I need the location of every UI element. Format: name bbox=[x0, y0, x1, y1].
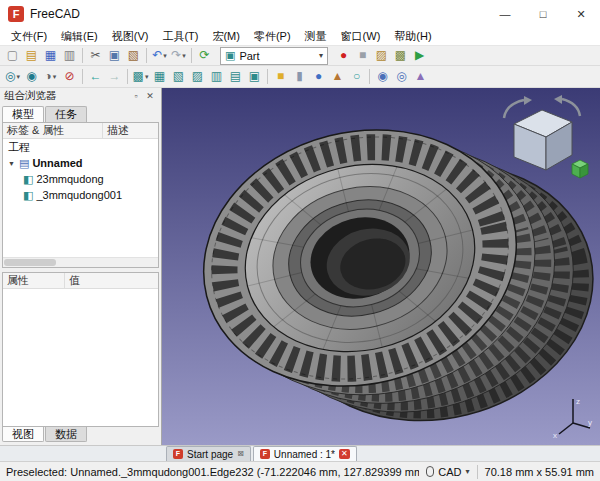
rotate-left-arrow-icon[interactable] bbox=[504, 100, 524, 118]
new-document-icon[interactable]: ▢ bbox=[3, 47, 22, 64]
part-cone-icon[interactable]: ▲ bbox=[328, 68, 347, 85]
clipping-plane-icon[interactable]: ⊘ bbox=[60, 68, 79, 85]
tab-close-icon[interactable]: ✕ bbox=[339, 449, 350, 459]
expander-icon[interactable]: ▼ bbox=[8, 160, 16, 167]
freecad-tab-icon: F bbox=[173, 449, 183, 459]
minimize-button[interactable]: — bbox=[486, 0, 524, 28]
rotate-right-arrow-icon[interactable] bbox=[562, 99, 580, 116]
tree-item-document[interactable]: ▼ ▤ Unnamed bbox=[3, 155, 158, 171]
tree-column-labels: 标签 & 属性 bbox=[3, 123, 103, 138]
fit-all-icon[interactable]: ◎▾ bbox=[3, 68, 22, 85]
freecad-tab-icon: F bbox=[260, 449, 270, 459]
close-button[interactable]: ✕ bbox=[562, 0, 600, 28]
zoom-selection-icon[interactable]: ◉ bbox=[22, 68, 41, 85]
menu-item-1[interactable]: 编辑(E) bbox=[54, 28, 105, 45]
redo-icon[interactable]: ↷▾ bbox=[169, 47, 188, 64]
nav-forward-icon[interactable]: → bbox=[105, 68, 124, 85]
tree-root-application[interactable]: 工程 bbox=[3, 139, 158, 155]
macro-execute-icon[interactable]: ▶ bbox=[410, 47, 429, 64]
menu-item-5[interactable]: 零件(P) bbox=[247, 28, 298, 45]
macros-dialog-icon[interactable]: ▨ bbox=[372, 47, 391, 64]
view-isometric-icon[interactable]: ▩▾ bbox=[131, 68, 150, 85]
view-right-icon[interactable]: ▨ bbox=[188, 68, 207, 85]
refresh-icon[interactable]: ⟳ bbox=[195, 47, 214, 64]
part-box-icon[interactable]: ■ bbox=[271, 68, 290, 85]
tab-close-icon[interactable]: ⊠ bbox=[237, 449, 244, 459]
tab-data[interactable]: 数据 bbox=[45, 427, 87, 442]
status-message: Preselected: Unnamed._3mmqudong001.Edge2… bbox=[6, 466, 419, 478]
tree-horizontal-scrollbar[interactable] bbox=[3, 257, 158, 267]
view-dimensions: 70.18 mm x 55.91 mm bbox=[485, 466, 594, 478]
menu-item-2[interactable]: 视图(V) bbox=[105, 28, 156, 45]
macro-stop-icon[interactable]: ■ bbox=[353, 47, 372, 64]
menu-item-4[interactable]: 宏(M) bbox=[205, 28, 247, 45]
3d-viewport[interactable]: z x y bbox=[162, 88, 600, 445]
paste-icon[interactable]: ▧ bbox=[124, 47, 143, 64]
nav-back-icon[interactable]: ← bbox=[86, 68, 105, 85]
save-icon[interactable]: ▦ bbox=[41, 47, 60, 64]
view-rear-icon[interactable]: ▥ bbox=[207, 68, 226, 85]
boolean-cut-icon[interactable]: ◎ bbox=[392, 68, 411, 85]
navigation-cube[interactable] bbox=[490, 94, 590, 186]
toolbar-separator bbox=[127, 69, 128, 84]
toolbar-separator bbox=[82, 48, 83, 63]
undo-icon[interactable]: ↶▾ bbox=[150, 47, 169, 64]
axis-z-label: z bbox=[576, 397, 580, 406]
macro-record-icon[interactable]: ● bbox=[334, 47, 353, 64]
tree-item-label: 23mmqudong bbox=[36, 173, 103, 185]
menu-item-6[interactable]: 测量 bbox=[298, 28, 334, 45]
property-editor: 属性 值 bbox=[2, 272, 159, 427]
part-extrude-icon[interactable]: ▲ bbox=[411, 68, 430, 85]
tree-rows: 工程 ▼ ▤ Unnamed ◧ 23mmqudong ◧ _3mmqudong… bbox=[3, 139, 158, 257]
cut-icon[interactable]: ✂ bbox=[86, 47, 105, 64]
part-sphere-icon[interactable]: ● bbox=[309, 68, 328, 85]
workbench-selector[interactable]: ▣ Part ▾ bbox=[220, 47, 328, 65]
draw-style-icon[interactable]: ◑▾ bbox=[41, 68, 60, 85]
boolean-union-icon[interactable]: ◉ bbox=[373, 68, 392, 85]
view-left-icon[interactable]: ▣ bbox=[245, 68, 264, 85]
view-front-icon[interactable]: ▦ bbox=[150, 68, 169, 85]
tab-model[interactable]: 模型 bbox=[2, 106, 44, 122]
view-top-icon[interactable]: ▧ bbox=[169, 68, 188, 85]
panel-header: 组合浏览器 ▫ ✕ bbox=[0, 88, 161, 104]
toolbar-separator bbox=[191, 48, 192, 63]
property-view-tabs: 视图 数据 bbox=[0, 427, 161, 445]
panel-float-button[interactable]: ▫ bbox=[129, 91, 143, 101]
nav-style-selector[interactable]: CAD ▾ bbox=[426, 466, 469, 478]
macro-edit-icon[interactable]: ▩ bbox=[391, 47, 410, 64]
menu-item-3[interactable]: 工具(T) bbox=[155, 28, 205, 45]
property-header: 属性 值 bbox=[3, 273, 158, 289]
toolbar-view-part: ◎▾◉◑▾⊘←→▩▾▦▧▨▥▤▣■▮●▲○◉◎▲ bbox=[0, 66, 600, 88]
mini-cube-icon[interactable] bbox=[572, 160, 588, 178]
tab-unnamed-document[interactable]: F Unnamed : 1* ✕ bbox=[253, 446, 357, 461]
axis-x-label: x bbox=[553, 431, 557, 439]
copy-icon[interactable]: ▣ bbox=[105, 47, 124, 64]
tab-label: Unnamed : 1* bbox=[274, 449, 335, 460]
tree-item-part1[interactable]: ◧ 23mmqudong bbox=[3, 171, 158, 187]
tab-tasks[interactable]: 任务 bbox=[45, 106, 87, 122]
tab-view[interactable]: 视图 bbox=[2, 427, 44, 442]
menu-item-0[interactable]: 文件(F) bbox=[4, 28, 54, 45]
tree-item-label: _3mmqudong001 bbox=[36, 189, 122, 201]
axis-y-label: y bbox=[588, 418, 592, 427]
print-icon[interactable]: ▥ bbox=[60, 47, 79, 64]
tree-header: 标签 & 属性 描述 bbox=[3, 123, 158, 139]
tree-item-label: Unnamed bbox=[32, 157, 82, 169]
part-torus-icon[interactable]: ○ bbox=[347, 68, 366, 85]
maximize-button[interactable]: □ bbox=[524, 0, 562, 28]
status-separator bbox=[477, 465, 478, 479]
panel-title: 组合浏览器 bbox=[4, 89, 129, 103]
part-cylinder-icon[interactable]: ▮ bbox=[290, 68, 309, 85]
axis-indicator: z x y bbox=[552, 393, 594, 439]
open-document-icon[interactable]: ▤ bbox=[22, 47, 41, 64]
view-bottom-icon[interactable]: ▤ bbox=[226, 68, 245, 85]
panel-close-button[interactable]: ✕ bbox=[143, 91, 157, 101]
menu-item-7[interactable]: 窗口(W) bbox=[334, 28, 388, 45]
value-column: 值 bbox=[65, 273, 158, 288]
part-icon: ◧ bbox=[23, 189, 33, 202]
property-rows bbox=[3, 289, 158, 426]
menu-item-8[interactable]: 帮助(H) bbox=[387, 28, 438, 45]
tree-item-part2[interactable]: ◧ _3mmqudong001 bbox=[3, 187, 158, 203]
scrollbar-thumb[interactable] bbox=[4, 259, 56, 266]
tab-start-page[interactable]: F Start page ⊠ bbox=[166, 446, 251, 461]
